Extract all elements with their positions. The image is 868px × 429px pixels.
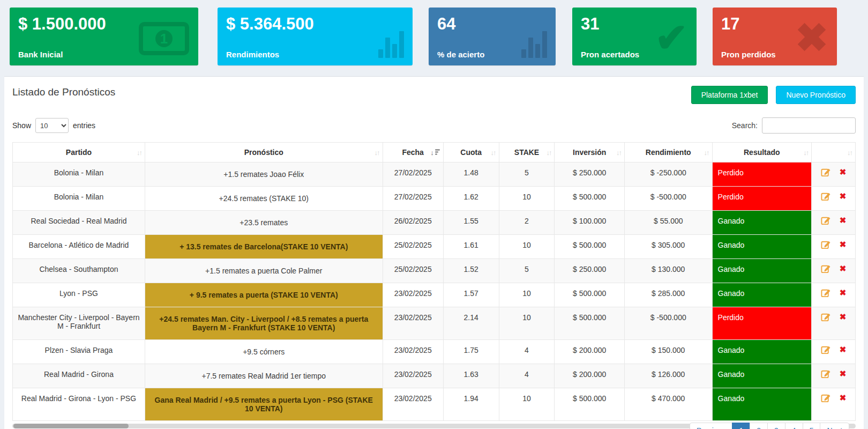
cell-inversion: $ 500.000 xyxy=(555,307,625,340)
cell-inversion: $ 100.000 xyxy=(555,211,625,235)
entries-select[interactable]: 10 xyxy=(35,118,69,133)
sort-icon[interactable]: ↓↑ xyxy=(616,149,621,157)
cell-fecha: 23/02/2025 xyxy=(383,307,443,340)
sort-desc-icon[interactable]: ↓ xyxy=(430,149,440,156)
edit-icon[interactable] xyxy=(821,312,830,322)
sort-icon[interactable]: ↓↑ xyxy=(847,149,852,157)
cell-fecha: 23/02/2025 xyxy=(383,388,443,421)
edit-icon[interactable] xyxy=(821,288,830,298)
table-row: Real Madrid - Girona - Lyon - PSG Gana R… xyxy=(13,388,856,421)
delete-icon[interactable]: ✖ xyxy=(840,288,847,298)
cell-partido: Lyon - PSG xyxy=(13,283,145,307)
cell-cuota: 1.57 xyxy=(443,283,499,307)
cell-pronostico: +1.5 remates a puerta Cole Palmer xyxy=(145,259,383,283)
sort-icon[interactable]: ↓↑ xyxy=(375,149,379,157)
column-header[interactable]: STAKE ↓↑ xyxy=(499,143,555,162)
delete-icon[interactable]: ✖ xyxy=(840,240,847,249)
delete-icon[interactable]: ✖ xyxy=(840,167,847,177)
cell-stake: 10 xyxy=(499,187,555,211)
column-header[interactable]: Cuota ↓↑ xyxy=(443,143,499,162)
page-button-5[interactable]: 5 xyxy=(803,423,821,429)
column-header[interactable]: Resultado ↓↑ xyxy=(712,143,812,162)
cell-inversion: $ 200.000 xyxy=(555,364,625,388)
cell-stake: 4 xyxy=(499,340,555,364)
cell-actions: ✖ xyxy=(812,259,856,283)
cell-fecha: 23/02/2025 xyxy=(383,364,443,388)
table-header-row: Partido ↓↑ Pronóstico ↓↑ Fecha ↓ Cuota ↓… xyxy=(13,143,856,162)
table-row: Barcelona - Atlético de Madrid + 13.5 re… xyxy=(13,235,856,259)
cell-partido: Chelsea - Southampton xyxy=(13,259,145,283)
cell-cuota: 1.94 xyxy=(443,388,499,421)
result-badge: Ganado xyxy=(713,340,812,364)
delete-icon[interactable]: ✖ xyxy=(840,312,847,322)
page-button-4[interactable]: 4 xyxy=(785,423,803,429)
cell-rendimiento: $ 150.000 xyxy=(624,340,712,364)
sort-icon[interactable]: ↓↑ xyxy=(137,149,141,157)
column-header[interactable]: Fecha ↓ xyxy=(383,143,443,162)
result-badge: Ganado xyxy=(713,364,812,388)
delete-icon[interactable]: ✖ xyxy=(840,369,847,379)
sort-icon[interactable]: ↓↑ xyxy=(546,149,551,157)
column-header[interactable]: Rendimiento ↓↑ xyxy=(624,143,712,162)
bar-chart-icon xyxy=(519,30,547,58)
delete-icon[interactable]: ✖ xyxy=(840,393,847,403)
delete-icon[interactable]: ✖ xyxy=(840,191,847,201)
cell-pronostico: +23.5 remates xyxy=(145,211,383,235)
cell-partido: Real Madrid - Girona xyxy=(13,364,145,388)
cell-inversion: $ 500.000 xyxy=(555,235,625,259)
edit-icon[interactable] xyxy=(821,216,830,225)
edit-icon[interactable] xyxy=(821,191,830,201)
cell-actions: ✖ xyxy=(812,235,856,259)
sort-icon[interactable]: ↓↑ xyxy=(704,149,709,157)
nuevo-pronostico-button[interactable]: Nuevo Pronóstico xyxy=(776,86,856,104)
page-button-next[interactable]: Next xyxy=(820,423,849,429)
column-header[interactable]: Pronóstico ↓↑ xyxy=(145,143,383,162)
page-button-2[interactable]: 2 xyxy=(750,423,768,429)
column-header[interactable]: ↓↑ xyxy=(812,143,856,162)
money-bill-icon: 1 xyxy=(138,21,190,58)
page-button-3[interactable]: 3 xyxy=(767,423,785,429)
edit-icon[interactable] xyxy=(821,393,830,403)
search-input[interactable] xyxy=(762,117,856,134)
cell-actions: ✖ xyxy=(812,211,856,235)
cell-partido: Real Sociedad - Real Madrid xyxy=(13,211,145,235)
delete-icon[interactable]: ✖ xyxy=(840,264,847,273)
cell-rendimiento: $ -500.000 xyxy=(624,187,712,211)
edit-icon[interactable] xyxy=(821,167,830,177)
cell-rendimiento: $ 126.000 xyxy=(624,364,712,388)
sort-icon[interactable]: ↓↑ xyxy=(491,149,496,157)
cell-actions: ✖ xyxy=(812,162,856,187)
cell-fecha: 25/02/2025 xyxy=(383,235,443,259)
plataforma-1xbet-button[interactable]: Plataforma 1xbet xyxy=(691,86,768,104)
cell-inversion: $ 500.000 xyxy=(555,388,625,421)
cell-cuota: 1.55 xyxy=(443,211,499,235)
column-header[interactable]: Partido ↓↑ xyxy=(13,143,145,162)
result-badge: Ganado xyxy=(713,388,812,420)
check-icon: ✔ xyxy=(655,18,688,58)
cell-cuota: 1.62 xyxy=(443,187,499,211)
cell-actions: ✖ xyxy=(812,307,856,340)
cell-fecha: 23/02/2025 xyxy=(383,340,443,364)
page-button-1[interactable]: 1 xyxy=(732,423,750,429)
cell-cuota: 1.48 xyxy=(443,162,499,187)
edit-icon[interactable] xyxy=(821,369,830,379)
cell-resultado: Ganado xyxy=(712,259,812,283)
cell-rendimiento: $ 285.000 xyxy=(624,283,712,307)
cell-resultado: Perdido xyxy=(712,307,812,340)
scrollbar-thumb[interactable] xyxy=(13,424,129,428)
column-header[interactable]: Inversión ↓↑ xyxy=(555,143,625,162)
result-badge: Ganado xyxy=(713,235,812,258)
table-row: Bolonia - Milan +1.5 remates Joao Félix … xyxy=(13,162,856,187)
cell-cuota: 1.52 xyxy=(443,259,499,283)
sort-icon[interactable]: ↓↑ xyxy=(803,149,808,157)
edit-icon[interactable] xyxy=(821,264,830,273)
delete-icon[interactable]: ✖ xyxy=(840,345,847,354)
delete-icon[interactable]: ✖ xyxy=(840,216,847,225)
cell-pronostico: +7.5 remates Real Madrid 1er tiempo xyxy=(145,364,383,388)
table-row: Chelsea - Southampton +1.5 remates a pue… xyxy=(13,259,856,283)
result-badge: Ganado xyxy=(713,283,812,307)
edit-icon[interactable] xyxy=(821,240,830,249)
edit-icon[interactable] xyxy=(821,345,830,354)
cell-partido: Manchester City - Liverpool - Bayern M -… xyxy=(13,307,145,340)
page-button-previous[interactable]: Previous xyxy=(690,423,732,429)
